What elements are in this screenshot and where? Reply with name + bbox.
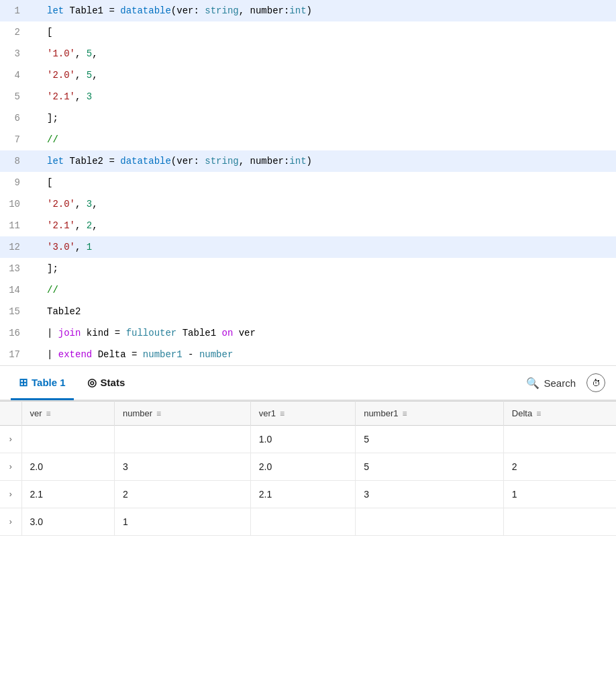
expand-cell[interactable]: › [0, 508, 21, 536]
table-icon: ⊞ [19, 376, 28, 389]
clock-icon: ⏱ [592, 378, 601, 388]
col-number-label: number [123, 408, 152, 418]
expand-icon[interactable]: › [9, 490, 12, 499]
search-label: Search [544, 377, 576, 389]
token: 3 [87, 199, 92, 210]
token: ) [307, 5, 312, 16]
col-delta[interactable]: Delta ≡ [503, 402, 616, 426]
line-number: 14 [0, 279, 34, 301]
token: , [92, 70, 97, 81]
token: ]; [47, 263, 58, 274]
cell-ver [21, 426, 115, 453]
code-line-17: 17| extend Delta = number1 - number [0, 344, 616, 365]
token: : [193, 156, 205, 167]
token: , [75, 48, 87, 59]
token: 5 [87, 70, 92, 81]
token: Table2 [70, 156, 109, 167]
cell-number1: 3 [356, 481, 504, 508]
table-row: ›2.122.131 [0, 481, 616, 508]
col-number1-label: number1 [364, 408, 398, 418]
cell-number: 1 [115, 508, 251, 536]
tab-table1[interactable]: ⊞ Table 1 [11, 367, 74, 400]
line-number: 6 [0, 107, 34, 129]
results-table: ver ≡ number ≡ ver1 ≡ [0, 401, 616, 536]
token: , [239, 156, 250, 167]
code-line-6: 6]; [0, 107, 616, 129]
col-ver[interactable]: ver ≡ [21, 402, 115, 426]
col-number1-menu-icon[interactable]: ≡ [402, 409, 407, 418]
line-content: '2.1', 3 [34, 86, 616, 107]
token: datatable [120, 156, 171, 167]
line-content: [ [34, 21, 616, 43]
line-content: '2.0', 3, [34, 193, 616, 215]
token: string [205, 5, 238, 16]
tab-stats[interactable]: ◎ Stats [79, 367, 134, 400]
line-number: 10 [0, 193, 34, 215]
code-line-11: 11'2.1', 2, [0, 215, 616, 236]
token: 3 [87, 91, 92, 102]
token: , [75, 91, 87, 102]
line-number: 11 [0, 215, 34, 236]
cell-delta [503, 508, 616, 536]
code-line-9: 9[ [0, 172, 616, 193]
expand-cell[interactable]: › [0, 426, 21, 453]
token: '2.1' [47, 91, 75, 102]
table-body: ›1.05›2.032.052›2.122.131›3.01 [0, 426, 616, 536]
expand-cell[interactable]: › [0, 453, 21, 481]
token: | [47, 349, 58, 360]
line-number: 2 [0, 21, 34, 43]
col-ver-menu-icon[interactable]: ≡ [46, 409, 51, 418]
line-content: // [34, 279, 616, 301]
line-number: 9 [0, 172, 34, 193]
col-ver1-menu-icon[interactable]: ≡ [280, 409, 285, 418]
token: , [75, 242, 87, 252]
tabs-bar: ⊞ Table 1 ◎ Stats 🔍 Search ⏱ [0, 366, 616, 401]
expand-cell[interactable]: › [0, 481, 21, 508]
code-line-3: 3'1.0', 5, [0, 43, 616, 64]
expand-icon[interactable]: › [9, 462, 12, 471]
clock-button[interactable]: ⏱ [586, 373, 605, 392]
token: int [289, 5, 306, 16]
results-table-area: ver ≡ number ≡ ver1 ≡ [0, 401, 616, 536]
col-ver1[interactable]: ver1 ≡ [250, 402, 355, 426]
expand-icon[interactable]: › [9, 517, 12, 526]
token: - [188, 349, 199, 360]
token: [ [47, 27, 52, 38]
line-number: 7 [0, 129, 34, 150]
code-line-8: 8let Table2 = datatable(ver: string, num… [0, 150, 616, 172]
token: = [132, 349, 143, 360]
cell-ver1: 1.0 [250, 426, 355, 453]
token: ( [171, 5, 176, 16]
cell-number: 3 [115, 453, 251, 481]
col-delta-menu-icon[interactable]: ≡ [536, 409, 541, 418]
expand-icon[interactable]: › [9, 434, 12, 444]
token: , [75, 70, 87, 81]
line-number: 8 [0, 150, 34, 172]
cell-ver1: 2.0 [250, 453, 355, 481]
cell-delta: 1 [503, 481, 616, 508]
line-number: 3 [0, 43, 34, 64]
tab-table1-label: Table 1 [32, 377, 66, 388]
token: , [92, 220, 97, 231]
search-button[interactable]: 🔍 Search [526, 377, 576, 389]
code-line-16: 16| join kind = fullouter Table1 on ver [0, 322, 616, 344]
code-line-2: 2[ [0, 21, 616, 43]
line-content: // [34, 129, 616, 150]
line-content: '1.0', 5, [34, 43, 616, 64]
line-content: ]; [34, 258, 616, 279]
line-content: '2.0', 5, [34, 64, 616, 86]
line-number: 1 [0, 0, 34, 21]
table-row: ›3.01 [0, 508, 616, 536]
token: Table1 [70, 5, 109, 16]
cell-number: 2 [115, 481, 251, 508]
col-number1[interactable]: number1 ≡ [356, 402, 504, 426]
table-header-row: ver ≡ number ≡ ver1 ≡ [0, 402, 616, 426]
token: ver [239, 328, 256, 338]
code-line-1: 1let Table1 = datatable(ver: string, num… [0, 0, 616, 21]
line-content: | extend Delta = number1 - number [34, 344, 616, 365]
token: = [109, 156, 120, 167]
token: , [92, 48, 97, 59]
col-number-menu-icon[interactable]: ≡ [156, 409, 161, 418]
col-number[interactable]: number ≡ [115, 402, 251, 426]
cell-number1: 5 [356, 426, 504, 453]
